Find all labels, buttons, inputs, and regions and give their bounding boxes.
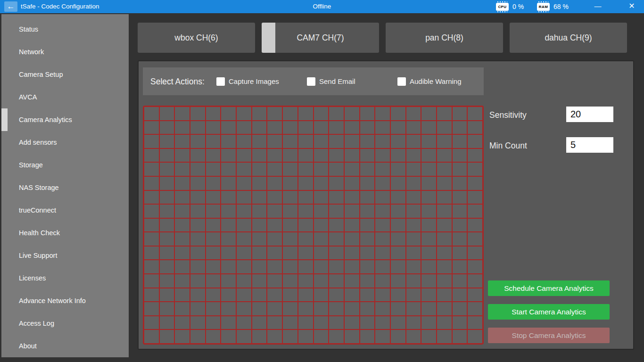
grid-cell[interactable]	[344, 107, 360, 121]
grid-cell[interactable]	[375, 148, 390, 163]
grid-cell[interactable]	[282, 162, 298, 176]
grid-cell[interactable]	[190, 148, 206, 163]
grid-cell[interactable]	[267, 232, 282, 246]
grid-cell[interactable]	[375, 121, 390, 135]
grid-cell[interactable]	[236, 148, 252, 163]
grid-cell[interactable]	[344, 302, 360, 316]
grid-cell[interactable]	[375, 176, 390, 190]
grid-cell[interactable]	[390, 302, 406, 316]
grid-cell[interactable]	[267, 274, 282, 288]
grid-cell[interactable]	[282, 316, 298, 330]
grid-cell[interactable]	[437, 148, 452, 163]
grid-cell[interactable]	[159, 176, 175, 190]
grid-cell[interactable]	[298, 148, 314, 163]
grid-cell[interactable]	[267, 134, 282, 148]
grid-cell[interactable]	[344, 246, 360, 260]
grid-cell[interactable]	[421, 190, 437, 205]
grid-cell[interactable]	[174, 176, 190, 190]
grid-cell[interactable]	[174, 316, 190, 330]
grid-cell[interactable]	[252, 134, 267, 148]
grid-cell[interactable]	[452, 302, 468, 316]
grid-cell[interactable]	[329, 121, 344, 135]
sidebar-item-avca[interactable]: AVCA	[1, 86, 129, 108]
grid-cell[interactable]	[159, 302, 175, 316]
grid-cell[interactable]	[206, 232, 221, 246]
sidebar-item-trueconnect[interactable]: trueConnect	[1, 199, 129, 222]
grid-cell[interactable]	[252, 260, 267, 274]
grid-cell[interactable]	[282, 274, 298, 288]
grid-cell[interactable]	[452, 107, 468, 121]
grid-cell[interactable]	[329, 148, 344, 163]
grid-cell[interactable]	[190, 260, 206, 274]
grid-cell[interactable]	[282, 288, 298, 302]
sidebar-item-status[interactable]: Status	[1, 18, 129, 41]
schedule-camera-analytics-button[interactable]: Schedule Camera Analytics	[488, 280, 610, 296]
grid-cell[interactable]	[236, 232, 252, 246]
grid-cell[interactable]	[360, 134, 375, 148]
grid-cell[interactable]	[252, 288, 267, 302]
grid-cell[interactable]	[467, 288, 483, 302]
grid-cell[interactable]	[159, 274, 175, 288]
grid-cell[interactable]	[144, 218, 159, 232]
grid-cell[interactable]	[144, 302, 159, 316]
grid-cell[interactable]	[406, 162, 421, 176]
grid-cell[interactable]	[452, 274, 468, 288]
grid-cell[interactable]	[390, 176, 406, 190]
grid-cell[interactable]	[329, 246, 344, 260]
sidebar-item-licenses[interactable]: Licenses	[1, 267, 129, 289]
grid-cell[interactable]	[298, 107, 314, 121]
grid-cell[interactable]	[159, 218, 175, 232]
grid-cell[interactable]	[174, 162, 190, 176]
grid-cell[interactable]	[252, 302, 267, 316]
grid-cell[interactable]	[329, 232, 344, 246]
grid-cell[interactable]	[282, 176, 298, 190]
sidebar-item-add-sensors[interactable]: Add sensors	[1, 131, 129, 154]
grid-cell[interactable]	[206, 260, 221, 274]
grid-cell[interactable]	[360, 148, 375, 163]
grid-cell[interactable]	[190, 329, 206, 344]
tab-cam7-ch-7-[interactable]: CAM7 CH(7)	[262, 23, 379, 53]
grid-cell[interactable]	[421, 148, 437, 163]
grid-cell[interactable]	[390, 204, 406, 218]
grid-cell[interactable]	[406, 176, 421, 190]
grid-cell[interactable]	[452, 134, 468, 148]
grid-cell[interactable]	[314, 274, 329, 288]
grid-cell[interactable]	[282, 302, 298, 316]
grid-cell[interactable]	[236, 302, 252, 316]
grid-cell[interactable]	[437, 162, 452, 176]
grid-cell[interactable]	[329, 107, 344, 121]
grid-cell[interactable]	[144, 260, 159, 274]
grid-cell[interactable]	[174, 302, 190, 316]
grid-cell[interactable]	[344, 121, 360, 135]
grid-cell[interactable]	[174, 260, 190, 274]
tab-dahua-ch-9-[interactable]: dahua CH(9)	[510, 23, 627, 53]
grid-cell[interactable]	[314, 190, 329, 205]
grid-cell[interactable]	[252, 274, 267, 288]
grid-cell[interactable]	[236, 162, 252, 176]
grid-cell[interactable]	[298, 316, 314, 330]
sidebar-item-storage[interactable]: Storage	[1, 154, 129, 176]
grid-cell[interactable]	[421, 302, 437, 316]
grid-cell[interactable]	[314, 232, 329, 246]
grid-cell[interactable]	[329, 162, 344, 176]
grid-cell[interactable]	[437, 288, 452, 302]
minimize-button[interactable]: —	[588, 0, 607, 13]
grid-cell[interactable]	[467, 176, 483, 190]
grid-cell[interactable]	[144, 134, 159, 148]
grid-cell[interactable]	[206, 134, 221, 148]
grid-cell[interactable]	[406, 204, 421, 218]
grid-cell[interactable]	[298, 162, 314, 176]
grid-cell[interactable]	[252, 246, 267, 260]
grid-cell[interactable]	[467, 316, 483, 330]
grid-cell[interactable]	[406, 316, 421, 330]
sidebar-item-camera-setup[interactable]: Camera Setup	[1, 63, 129, 86]
grid-cell[interactable]	[144, 246, 159, 260]
grid-cell[interactable]	[221, 162, 236, 176]
grid-cell[interactable]	[314, 329, 329, 344]
grid-cell[interactable]	[298, 246, 314, 260]
grid-cell[interactable]	[467, 260, 483, 274]
capture-images-checkbox[interactable]	[216, 77, 225, 86]
grid-cell[interactable]	[421, 162, 437, 176]
grid-cell[interactable]	[360, 218, 375, 232]
grid-cell[interactable]	[375, 107, 390, 121]
